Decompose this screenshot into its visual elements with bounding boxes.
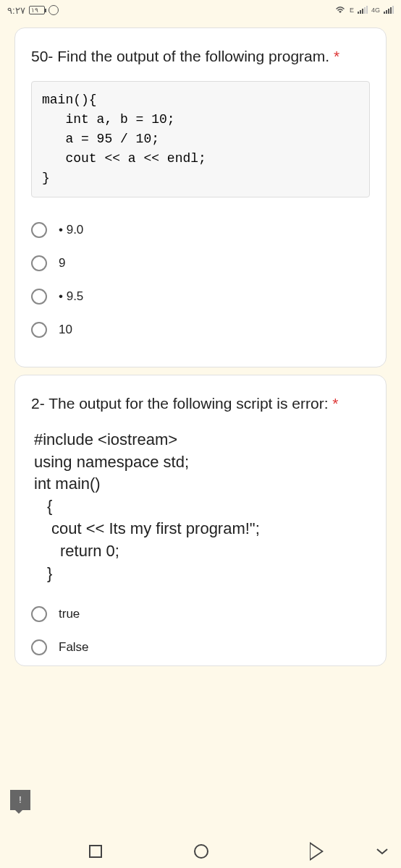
- option-q50-1[interactable]: 9: [31, 247, 370, 280]
- wifi-icon: [334, 5, 346, 16]
- svg-rect-0: [358, 12, 359, 14]
- nav-home-button[interactable]: [194, 844, 208, 859]
- radio-icon: [31, 289, 47, 305]
- required-mark: *: [332, 395, 338, 412]
- question-card-50: 50- Find the output of the following pro…: [14, 27, 387, 367]
- radio-icon: [31, 639, 47, 655]
- nav-recent-button[interactable]: [89, 845, 102, 858]
- radio-icon: [31, 255, 47, 271]
- svg-rect-9: [392, 6, 394, 14]
- option-label: true: [59, 607, 80, 621]
- code-line: using namespace std;: [34, 451, 370, 474]
- svg-rect-3: [364, 7, 366, 14]
- nav-back-button[interactable]: [300, 843, 312, 859]
- status-time: ٩:٢٧: [7, 5, 25, 16]
- option-q50-2[interactable]: • 9.5: [31, 280, 370, 313]
- option-label: 10: [59, 323, 72, 337]
- svg-rect-7: [388, 9, 389, 14]
- option-q2-false[interactable]: False: [31, 631, 370, 655]
- nav-chevron-down-icon[interactable]: [376, 845, 388, 858]
- code-line: int main(): [34, 473, 370, 495]
- exclaim-icon: !: [19, 795, 21, 805]
- signal-bars-icon-2: [384, 5, 394, 16]
- code-line: #include <iostream>: [34, 429, 370, 451]
- radio-icon: [31, 606, 47, 622]
- radio-icon: [31, 222, 47, 238]
- navigation-bar: [0, 835, 401, 868]
- options-q50: • 9.0 9 • 9.5 10: [31, 213, 370, 346]
- alarm-icon: [48, 5, 59, 15]
- option-q50-3[interactable]: 10: [31, 313, 370, 346]
- status-left: ٩:٢٧ ١٩: [7, 5, 59, 16]
- svg-rect-1: [360, 10, 361, 14]
- code-line: return 0;: [34, 540, 370, 563]
- option-q50-0[interactable]: • 9.0: [31, 213, 370, 247]
- radio-icon: [31, 322, 47, 338]
- status-bar: ٩:٢٧ ١٩ E 4G: [0, 0, 401, 20]
- signal-label-2: 4G: [371, 7, 380, 14]
- status-right: E 4G: [334, 5, 394, 16]
- option-label: • 9.5: [59, 289, 83, 304]
- signal-bars-icon-1: [358, 5, 368, 16]
- required-mark: *: [334, 48, 339, 64]
- code-line: {: [34, 495, 370, 518]
- option-label: False: [59, 640, 89, 655]
- code-block-q50: main(){ int a, b = 10; a = 95 / 10; cout…: [31, 81, 370, 197]
- option-label: • 9.0: [59, 223, 83, 237]
- question-2-text: 2- The output for the following script i…: [31, 393, 370, 414]
- option-q2-true[interactable]: true: [31, 597, 370, 631]
- option-label: 9: [59, 256, 65, 271]
- code-text-q2: #include <iostream> using namespace std;…: [31, 429, 370, 585]
- svg-rect-2: [362, 9, 363, 14]
- question-card-2: 2- The output for the following script i…: [14, 375, 387, 666]
- signal-label-1: E: [350, 7, 354, 14]
- battery-icon: ١٩: [29, 6, 45, 14]
- code-line: cout << Its my first program!";: [34, 518, 370, 540]
- options-q2: true False: [31, 597, 370, 655]
- feedback-button[interactable]: !: [10, 790, 30, 810]
- svg-rect-6: [386, 10, 387, 14]
- code-line: }: [34, 563, 370, 585]
- svg-rect-5: [384, 12, 385, 14]
- question-50-text: 50- Find the output of the following pro…: [31, 46, 370, 67]
- svg-rect-4: [366, 6, 368, 14]
- svg-rect-8: [390, 7, 392, 14]
